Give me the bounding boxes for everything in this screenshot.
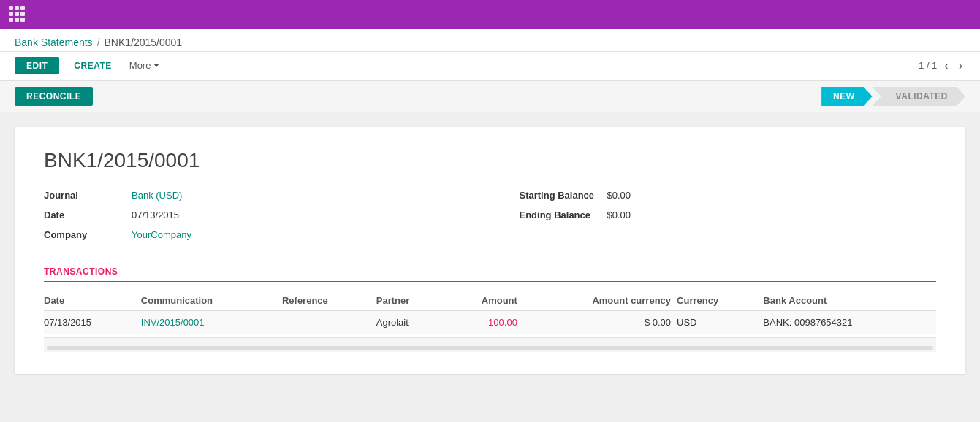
horizontal-scrollbar[interactable]	[44, 337, 936, 352]
create-button[interactable]: CREATE	[68, 57, 117, 74]
pagination-info: 1 / 1	[919, 60, 937, 71]
action-bar: EDIT CREATE More 1 / 1 ‹ ›	[0, 52, 980, 81]
field-ending-balance: Ending Balance $0.00	[520, 210, 937, 220]
more-dropdown-icon	[153, 64, 159, 67]
field-label-journal: Journal	[44, 190, 132, 201]
fields-grid: Journal Bank (USD) Date 07/13/2015 Compa…	[44, 190, 936, 249]
cell-communication[interactable]: INV/2015/0001	[141, 311, 282, 334]
col-header-amount-currency: Amount currency	[523, 291, 677, 311]
next-page-button[interactable]: ›	[956, 58, 965, 74]
field-value-company[interactable]: YourCompany	[132, 229, 191, 240]
field-value-ending-balance: $0.00	[607, 210, 631, 220]
status-pipeline: NEW VALIDATED	[821, 87, 965, 106]
top-navigation	[0, 0, 980, 29]
col-header-bank-account: Bank Account	[763, 291, 936, 311]
status-step-new[interactable]: NEW	[821, 87, 873, 106]
col-header-date: Date	[44, 291, 141, 311]
prev-page-button[interactable]: ‹	[941, 58, 951, 74]
field-label-ending-balance: Ending Balance	[520, 210, 607, 220]
status-bar: RECONCILE NEW VALIDATED	[0, 81, 980, 112]
breadcrumb-parent[interactable]: Bank Statements	[15, 37, 93, 48]
field-value-journal[interactable]: Bank (USD)	[132, 190, 182, 201]
field-label-starting-balance: Starting Balance	[520, 190, 607, 201]
table-header-row: Date Communication Reference Partner Amo…	[44, 291, 936, 311]
status-step-validated[interactable]: VALIDATED	[873, 87, 965, 106]
record-title: BNK1/2015/0001	[44, 149, 936, 172]
fields-right: Starting Balance $0.00 Ending Balance $0…	[520, 190, 937, 249]
cell-reference	[282, 311, 376, 334]
more-button[interactable]: More	[124, 56, 166, 74]
field-starting-balance: Starting Balance $0.00	[520, 190, 937, 201]
breadcrumb-bar: Bank Statements / BNK1/2015/0001	[0, 29, 980, 52]
field-label-date: Date	[44, 210, 132, 220]
field-label-company: Company	[44, 229, 132, 240]
breadcrumb-separator: /	[97, 37, 100, 48]
scrollbar-thumb	[47, 346, 933, 350]
field-company: Company YourCompany	[44, 229, 461, 240]
reconcile-button[interactable]: RECONCILE	[15, 87, 93, 106]
more-label: More	[129, 60, 151, 71]
col-header-reference: Reference	[282, 291, 376, 311]
field-journal: Journal Bank (USD)	[44, 190, 461, 201]
cell-currency: USD	[677, 311, 763, 334]
col-header-amount: Amount	[447, 291, 523, 311]
cell-amount: 100.00	[447, 311, 523, 334]
transactions-section-header: TRANSACTIONS	[44, 266, 936, 282]
table-row[interactable]: 07/13/2015 INV/2015/0001 Agrolait 100.00…	[44, 311, 936, 334]
fields-left: Journal Bank (USD) Date 07/13/2015 Compa…	[44, 190, 461, 249]
cell-date: 07/13/2015	[44, 311, 141, 334]
field-date: Date 07/13/2015	[44, 210, 461, 220]
col-header-currency: Currency	[677, 291, 763, 311]
field-value-date: 07/13/2015	[132, 210, 179, 220]
transactions-section: TRANSACTIONS Date Communication Referenc…	[44, 266, 936, 334]
cell-amount-currency: $ 0.00	[523, 311, 677, 334]
pagination: 1 / 1 ‹ ›	[919, 58, 965, 74]
field-value-starting-balance: $0.00	[607, 190, 631, 201]
cell-partner: Agrolait	[376, 311, 447, 334]
record-card: BNK1/2015/0001 Journal Bank (USD) Date 0…	[15, 127, 965, 374]
cell-bank-account: BANK: 00987654321	[763, 311, 936, 334]
app-grid-icon[interactable]	[9, 6, 26, 23]
col-header-partner: Partner	[376, 291, 447, 311]
breadcrumb-current: BNK1/2015/0001	[105, 37, 183, 48]
col-header-communication: Communication	[141, 291, 282, 311]
main-content: BNK1/2015/0001 Journal Bank (USD) Date 0…	[0, 112, 980, 388]
edit-button[interactable]: EDIT	[15, 57, 59, 74]
transactions-table: Date Communication Reference Partner Amo…	[44, 291, 936, 334]
